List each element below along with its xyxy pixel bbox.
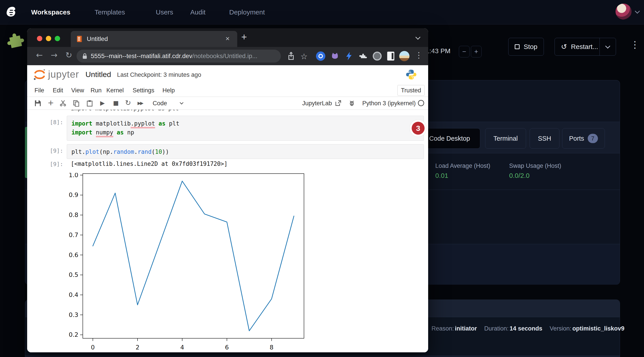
kernel-name[interactable]: Python 3 (ipykernel) xyxy=(362,100,416,107)
onepassword-extension-icon[interactable] xyxy=(316,51,326,61)
jupyterlab-link[interactable]: JupyterLab xyxy=(302,100,332,107)
zoom-in-button[interactable]: + xyxy=(471,46,482,58)
svg-text:0.7: 0.7 xyxy=(69,232,78,238)
ports-button[interactable]: Ports 7 xyxy=(562,128,605,149)
monkey-extension-icon[interactable] xyxy=(372,51,382,61)
svg-text:0.8: 0.8 xyxy=(69,212,78,218)
share-icon[interactable] xyxy=(286,52,296,61)
nav-item-templates[interactable]: Templates xyxy=(94,0,125,24)
output-text: [<matplotlib.lines.Line2D at 0x7fd03f191… xyxy=(71,160,228,167)
run-all-icon[interactable]: ▶▶ xyxy=(138,100,143,106)
svg-text:2: 2 xyxy=(136,344,139,351)
stop-button[interactable]: Stop xyxy=(508,38,544,56)
cell-type-select[interactable]: Code xyxy=(153,100,167,107)
back-button[interactable]: ← xyxy=(36,50,43,60)
svg-text:4: 4 xyxy=(180,344,184,351)
copy-icon[interactable] xyxy=(73,100,80,106)
cat-extension-icon[interactable] xyxy=(330,51,340,61)
chrome-profile-avatar[interactable] xyxy=(399,51,410,61)
cell-type-chevron-down-icon[interactable] xyxy=(180,101,184,104)
paste-icon[interactable] xyxy=(86,100,93,106)
restart-kernel-icon[interactable]: ↻ xyxy=(125,98,131,107)
build-row[interactable]: Reason: initiator Duration: 14 seconds V… xyxy=(432,325,624,332)
restart-button[interactable]: ↺ Restart... xyxy=(554,38,616,56)
terminal-button[interactable]: Terminal xyxy=(485,128,526,149)
browser-window: Untitled × + ← → ↻ 5555--main--test--mat… xyxy=(27,28,428,352)
insert-cell-icon[interactable]: + xyxy=(48,98,54,107)
debugger-bug-icon[interactable] xyxy=(348,100,355,106)
trusted-button[interactable]: Trusted xyxy=(398,85,424,96)
restart-chevron-down-icon[interactable] xyxy=(605,44,610,49)
jupyter-menubar: File Edit View Run Kernel Settings Help … xyxy=(27,84,428,97)
swap-usage-value: 0.0/2.0 xyxy=(509,172,530,180)
menu-kernel[interactable]: Kernel xyxy=(106,84,124,97)
output-prompt: [9]: xyxy=(46,161,63,167)
forward-button[interactable]: → xyxy=(51,50,58,60)
matplotlib-line-chart: 0.20.30.40.50.60.70.80.91.002468 xyxy=(67,173,306,351)
svg-text:0.2: 0.2 xyxy=(69,331,78,338)
new-tab-button[interactable]: + xyxy=(241,32,247,42)
menu-edit[interactable]: Edit xyxy=(53,84,63,97)
save-icon[interactable] xyxy=(34,100,41,106)
tab-close-icon[interactable]: × xyxy=(226,34,230,43)
external-link-icon[interactable] xyxy=(335,100,341,106)
run-cell-icon[interactable]: ▶ xyxy=(100,100,105,106)
menu-view[interactable]: View xyxy=(71,84,84,97)
nav-item-workspaces[interactable]: Workspaces xyxy=(31,0,70,24)
svg-text:0.9: 0.9 xyxy=(69,192,78,198)
restart-icon: ↺ xyxy=(561,42,567,51)
restart-options-divider xyxy=(600,38,600,56)
nav-item-audit[interactable]: Audit xyxy=(190,0,206,24)
kernel-status-icon xyxy=(418,100,424,106)
window-zoom-button[interactable] xyxy=(55,36,60,41)
zoom-out-button[interactable]: − xyxy=(459,46,470,58)
ports-count-badge: 7 xyxy=(588,134,598,143)
menu-settings[interactable]: Settings xyxy=(133,84,154,97)
cell-prompt: [9]: xyxy=(46,148,63,154)
code-line: import matplotlib.pyplot as plt xyxy=(72,119,419,128)
browser-menu-kebab-icon[interactable]: ⋮ xyxy=(415,50,423,60)
notebook-title[interactable]: Untitled xyxy=(86,70,111,79)
tab-title: Untitled xyxy=(87,36,108,42)
url-domain: 5555--main--test--matifali.atif.cdr.dev xyxy=(91,52,192,60)
jupyter-logo-icon xyxy=(33,68,46,81)
bolt-extension-icon[interactable] xyxy=(344,51,354,61)
nav-item-users[interactable]: Users xyxy=(156,0,173,24)
tab-list-chevron-down-icon[interactable] xyxy=(416,35,420,40)
user-avatar[interactable] xyxy=(616,4,632,20)
svg-text:0.3: 0.3 xyxy=(69,311,78,318)
window-close-button[interactable] xyxy=(37,36,42,41)
workspace-menu-kebab-icon[interactable]: ⋮ xyxy=(630,39,640,50)
address-bar[interactable]: 5555--main--test--matifali.atif.cdr.dev/… xyxy=(76,50,281,62)
browser-tab-strip: Untitled × + xyxy=(27,28,428,47)
jupyter-toolbar: + ▶ ■ ↻ ▶▶ Code JupyterLab xyxy=(27,97,428,110)
notebook-area: import matplotlib.pyplot as plt [8]: imp… xyxy=(27,110,428,352)
jupyter-header: jupyter Untitled Last Checkpoint: 3 minu… xyxy=(27,65,428,84)
load-average-value: 0.01 xyxy=(435,172,448,180)
bookmark-star-icon[interactable]: ☆ xyxy=(300,52,308,61)
user-menu-chevron-down-icon[interactable] xyxy=(635,9,640,14)
notification-badge[interactable]: 3 xyxy=(410,120,426,137)
svg-text:8: 8 xyxy=(270,344,274,351)
template-puzzle-icon xyxy=(6,30,24,48)
nav-item-deployment[interactable]: Deployment xyxy=(229,0,265,24)
menu-help[interactable]: Help xyxy=(162,84,175,97)
clipped-cell-line: import matplotlib.pyplot as plt xyxy=(71,110,360,113)
svg-text:0.4: 0.4 xyxy=(69,291,78,298)
browser-tab[interactable]: Untitled × xyxy=(71,31,237,47)
interrupt-kernel-icon[interactable]: ■ xyxy=(113,100,119,106)
url-path: /notebooks/Untitled.ip... xyxy=(192,52,258,60)
cut-icon[interactable] xyxy=(60,100,66,106)
ssh-button[interactable]: SSH xyxy=(530,128,560,149)
menu-run[interactable]: Run xyxy=(90,84,102,97)
code-cell[interactable]: import matplotlib.pyplot as plt import n… xyxy=(67,116,424,141)
menu-file[interactable]: File xyxy=(34,84,44,97)
code-line: plt.plot(np.random.rand(10)) xyxy=(72,147,419,156)
window-minimize-button[interactable] xyxy=(46,36,51,41)
last-checkpoint: Last Checkpoint: 3 minutes ago xyxy=(117,72,201,78)
extensions-puzzle-icon[interactable] xyxy=(358,51,368,61)
reload-button[interactable]: ↻ xyxy=(66,50,72,60)
reader-extension-icon[interactable] xyxy=(386,51,396,61)
code-cell[interactable]: plt.plot(np.random.rand(10)) xyxy=(67,144,424,159)
swap-usage-label: Swap Usage (Host) xyxy=(509,162,561,169)
